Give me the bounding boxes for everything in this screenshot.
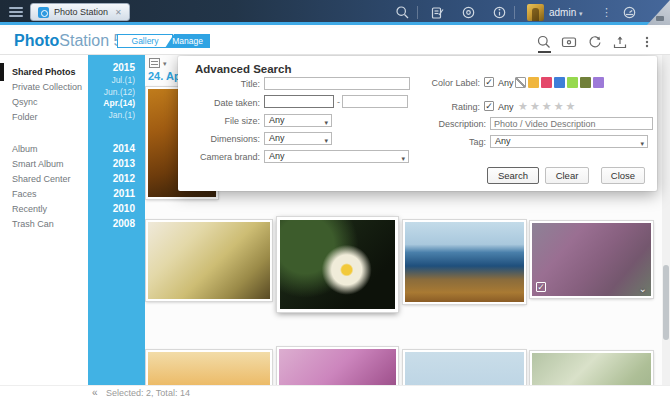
sidebar: Shared Photos Private Collection Qsync F… xyxy=(0,55,88,385)
color-label-label: Color Label: xyxy=(398,78,480,88)
photo-thumbnail-selected[interactable] xyxy=(277,217,398,312)
sidebar-item-shared-center[interactable]: Shared Center xyxy=(0,172,88,187)
timeline-year-2015[interactable]: 2015 xyxy=(88,60,145,75)
timeline-panel: 2015 Jul.(1) Jun.(12) Apr.(14) Jan.(1) 2… xyxy=(88,55,145,385)
camera-brand-value: Any xyxy=(269,151,285,161)
color-swatch-red[interactable] xyxy=(541,77,552,88)
timeline-gap xyxy=(88,121,145,141)
mode-tabs: Gallery Manage xyxy=(117,34,209,48)
photo-thumbnail[interactable] xyxy=(403,220,526,304)
dimensions-value: Any xyxy=(269,133,285,143)
timeline-year-2012[interactable]: 2012 xyxy=(88,171,145,186)
camera-brand-select[interactable]: Any ▾ xyxy=(264,150,409,163)
close-tab-icon[interactable]: ✕ xyxy=(115,8,122,17)
timeline-year-2008[interactable]: 2008 xyxy=(88,216,145,231)
color-swatch-none[interactable] xyxy=(515,77,526,88)
description-label: Description: xyxy=(398,119,486,129)
refresh-icon[interactable] xyxy=(587,34,603,50)
star-icon[interactable]: ★ xyxy=(518,101,528,112)
color-swatch-green[interactable] xyxy=(567,77,578,88)
sidebar-item-faces[interactable]: Faces xyxy=(0,187,88,202)
photo-thumbnail[interactable] xyxy=(146,220,272,301)
chevron-down-icon: ▾ xyxy=(324,117,328,128)
app-header: PhotoStation 5 Gallery Manage xyxy=(0,28,670,55)
vertical-scrollbar[interactable] xyxy=(662,55,670,400)
close-button[interactable]: Close xyxy=(601,167,645,184)
timeline-year-2011[interactable]: 2011 xyxy=(88,186,145,201)
photostation-logo: PhotoStation 5 xyxy=(14,32,122,50)
sidebar-item-recently[interactable]: Recently xyxy=(0,202,88,217)
sidebar-item-qsync[interactable]: Qsync xyxy=(0,95,88,110)
user-menu[interactable]: admin ▾ xyxy=(549,7,583,18)
tag-select[interactable]: Any ▾ xyxy=(490,135,648,148)
date-from-input[interactable] xyxy=(264,95,334,108)
app-tab-label: Photo Station xyxy=(54,7,108,17)
scrollbar-thumb[interactable] xyxy=(663,265,669,340)
rating-any-checkbox[interactable]: ✓ xyxy=(484,101,494,111)
view-sort-icon[interactable]: ▾ xyxy=(149,57,173,70)
timeline-month-jul[interactable]: Jul.(1) xyxy=(88,75,145,87)
sidebar-item-trash-can[interactable]: Trash Can xyxy=(0,217,88,232)
title-input[interactable] xyxy=(264,77,410,90)
color-swatch-blue[interactable] xyxy=(554,77,565,88)
sidebar-item-private-collection[interactable]: Private Collection xyxy=(0,80,88,95)
chevron-down-icon: ▾ xyxy=(579,10,583,17)
timeline-month-jun[interactable]: Jun.(12) xyxy=(88,87,145,99)
search-active-underline xyxy=(538,51,551,53)
sidebar-item-shared-photos[interactable]: Shared Photos xyxy=(0,65,88,80)
star-icon[interactable]: ★ xyxy=(554,101,564,112)
search-button[interactable]: Search xyxy=(487,167,539,184)
selection-checkbox-icon[interactable]: ✓ xyxy=(536,282,546,292)
timeline-year-2013[interactable]: 2013 xyxy=(88,156,145,171)
chevron-down-icon: ▾ xyxy=(401,153,405,164)
rating-stars: ★ ★ ★ ★ ★ xyxy=(518,101,575,112)
dashboard-gauge-icon[interactable] xyxy=(622,5,637,20)
chevron-down-icon: ▾ xyxy=(640,138,644,149)
color-swatch-yellow[interactable] xyxy=(528,77,539,88)
tab-gallery[interactable]: Gallery xyxy=(117,34,173,48)
date-taken-label: Date taken: xyxy=(180,98,260,108)
selection-status-text: Selected: 2, Total: 14 xyxy=(106,388,190,398)
file-size-select[interactable]: Any ▾ xyxy=(264,114,332,127)
color-swatch-olive[interactable] xyxy=(580,77,591,88)
more-options-icon[interactable]: ⋮ xyxy=(601,5,611,20)
chevron-down-icon: ▾ xyxy=(324,135,328,146)
collapse-timeline-icon[interactable]: « xyxy=(92,387,98,398)
upload-icon[interactable] xyxy=(612,34,628,50)
slideshow-icon[interactable] xyxy=(561,34,577,50)
sidebar-item-folder[interactable]: Folder xyxy=(0,110,88,125)
dimensions-label: Dimensions: xyxy=(180,134,260,144)
show-desktop-corner[interactable] xyxy=(642,0,670,25)
header-more-icon[interactable] xyxy=(639,34,647,50)
color-swatch-purple[interactable] xyxy=(593,77,604,88)
photo-thumbnail-selected[interactable]: ✓ ⌄ xyxy=(530,221,653,298)
dimensions-select[interactable]: Any ▾ xyxy=(264,132,332,145)
description-input[interactable] xyxy=(490,117,653,130)
background-tasks-icon[interactable] xyxy=(430,5,445,20)
rating-label: Rating: xyxy=(398,102,480,112)
main-menu-icon[interactable] xyxy=(9,7,23,18)
global-search-icon[interactable] xyxy=(395,5,410,20)
star-icon[interactable]: ★ xyxy=(542,101,552,112)
star-icon[interactable]: ★ xyxy=(530,101,540,112)
date-range-dash: - xyxy=(337,97,340,107)
timeline-month-jan[interactable]: Jan.(1) xyxy=(88,110,145,122)
external-device-icon[interactable] xyxy=(461,5,476,20)
sidebar-group-gap xyxy=(0,125,88,142)
color-any-checkbox[interactable]: ✓ xyxy=(484,77,494,87)
timeline-year-2010[interactable]: 2010 xyxy=(88,201,145,216)
app-tab-photo-station[interactable]: Photo Station ✕ xyxy=(30,3,130,21)
clear-button[interactable]: Clear xyxy=(545,167,589,184)
sidebar-item-smart-album[interactable]: Smart Album xyxy=(0,157,88,172)
star-icon[interactable]: ★ xyxy=(566,101,576,112)
notifications-info-icon[interactable] xyxy=(492,5,507,20)
photo-menu-chevron-icon[interactable]: ⌄ xyxy=(639,283,647,294)
search-icon[interactable] xyxy=(536,34,552,50)
file-size-value: Any xyxy=(269,115,285,125)
user-avatar[interactable] xyxy=(527,4,544,21)
timeline-month-apr[interactable]: Apr.(14) xyxy=(88,98,145,110)
sidebar-item-album[interactable]: Album xyxy=(0,142,88,157)
color-swatches xyxy=(515,77,604,88)
timeline-year-2014[interactable]: 2014 xyxy=(88,141,145,156)
logo-bold-part: Photo xyxy=(14,32,59,49)
